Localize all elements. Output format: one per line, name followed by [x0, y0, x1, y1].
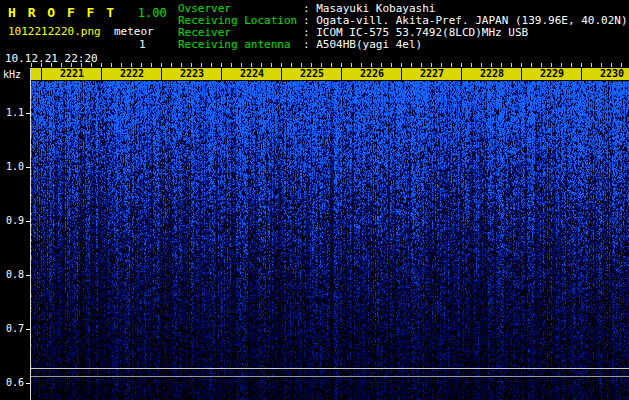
y-tick-label: 0.8	[0, 269, 24, 280]
mode-label: meteor	[114, 25, 154, 38]
x-tick-label: 2228	[479, 68, 505, 80]
y-tick-mark	[26, 275, 30, 276]
y-tick-mark	[26, 113, 30, 114]
time-axis-strip: 2221 2222 2223 2224 2225 2226 2227 2228 …	[31, 68, 629, 80]
y-tick-label: 1.0	[0, 161, 24, 172]
x-tick-label: 2222	[119, 68, 145, 80]
x-tick-label: 2223	[179, 68, 205, 80]
spectrogram-canvas	[31, 81, 629, 400]
baseline-line-lower	[31, 376, 629, 377]
hrofft-output-window: H R O F F T 1.00 1012212220.png meteor 1…	[0, 0, 629, 400]
y-tick-mark	[26, 329, 30, 330]
y-tick-label: 1.1	[0, 107, 24, 118]
info-label: Receiving antenna	[178, 39, 303, 51]
x-tick-label: 2226	[359, 68, 385, 80]
x-tick-label: 2224	[239, 68, 265, 80]
x-tick-label: 2221	[59, 68, 85, 80]
y-tick-label: 0.9	[0, 215, 24, 226]
station-info: Ovserver: Masayuki Kobayashi Receiving L…	[178, 3, 628, 51]
output-filename: 1012212220.png	[8, 25, 101, 38]
y-tick-mark	[26, 221, 30, 222]
meteor-count: 1	[139, 38, 146, 51]
y-axis-unit-label: kHz	[3, 69, 21, 80]
x-tick-label: 2229	[539, 68, 565, 80]
x-tick-label: 2225	[299, 68, 325, 80]
y-tick-label: 0.6	[0, 377, 24, 388]
seconds-tick-row	[31, 63, 629, 67]
info-row-antenna: Receiving antenna: A504HB(yagi 4el)	[178, 39, 628, 51]
x-tick-label: 2230	[599, 68, 625, 80]
app-version: 1.00	[138, 6, 167, 20]
app-title-row: H R O F F T 1.00	[8, 2, 167, 21]
info-value: : A504HB(yagi 4el)	[303, 38, 422, 51]
app-title: H R O F F T	[8, 5, 116, 20]
y-tick-label: 0.7	[0, 323, 24, 334]
y-tick-mark	[26, 167, 30, 168]
x-tick-label: 2227	[419, 68, 445, 80]
baseline-line-upper	[31, 368, 629, 369]
y-tick-mark	[26, 383, 30, 384]
